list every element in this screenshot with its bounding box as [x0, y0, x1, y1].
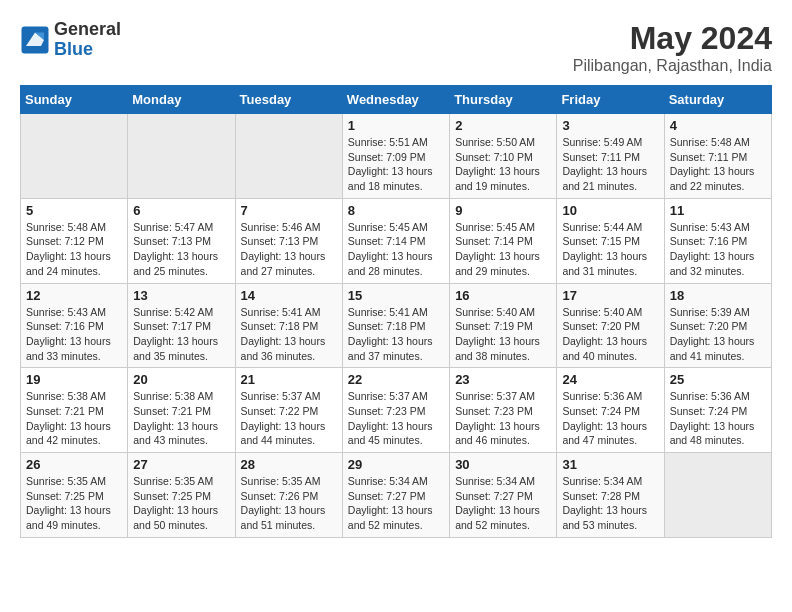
calendar-cell: 19Sunrise: 5:38 AM Sunset: 7:21 PM Dayli…	[21, 368, 128, 453]
weekday-header-monday: Monday	[128, 86, 235, 114]
location-subtitle: Pilibangan, Rajasthan, India	[573, 57, 772, 75]
day-info: Sunrise: 5:38 AM Sunset: 7:21 PM Dayligh…	[26, 389, 122, 448]
day-info: Sunrise: 5:44 AM Sunset: 7:15 PM Dayligh…	[562, 220, 658, 279]
day-number: 6	[133, 203, 229, 218]
day-info: Sunrise: 5:35 AM Sunset: 7:26 PM Dayligh…	[241, 474, 337, 533]
day-number: 7	[241, 203, 337, 218]
calendar-cell	[128, 114, 235, 199]
day-number: 30	[455, 457, 551, 472]
day-number: 14	[241, 288, 337, 303]
calendar-week-row: 12Sunrise: 5:43 AM Sunset: 7:16 PM Dayli…	[21, 283, 772, 368]
day-number: 3	[562, 118, 658, 133]
calendar-cell: 30Sunrise: 5:34 AM Sunset: 7:27 PM Dayli…	[450, 453, 557, 538]
calendar-cell: 7Sunrise: 5:46 AM Sunset: 7:13 PM Daylig…	[235, 198, 342, 283]
day-number: 4	[670, 118, 766, 133]
calendar-cell	[664, 453, 771, 538]
logo-general-text: General	[54, 20, 121, 40]
day-info: Sunrise: 5:35 AM Sunset: 7:25 PM Dayligh…	[133, 474, 229, 533]
day-number: 16	[455, 288, 551, 303]
calendar-table: SundayMondayTuesdayWednesdayThursdayFrid…	[20, 85, 772, 538]
calendar-cell: 15Sunrise: 5:41 AM Sunset: 7:18 PM Dayli…	[342, 283, 449, 368]
day-number: 5	[26, 203, 122, 218]
day-info: Sunrise: 5:39 AM Sunset: 7:20 PM Dayligh…	[670, 305, 766, 364]
day-info: Sunrise: 5:51 AM Sunset: 7:09 PM Dayligh…	[348, 135, 444, 194]
day-number: 10	[562, 203, 658, 218]
day-info: Sunrise: 5:38 AM Sunset: 7:21 PM Dayligh…	[133, 389, 229, 448]
logo-blue-text: Blue	[54, 40, 121, 60]
day-number: 25	[670, 372, 766, 387]
day-info: Sunrise: 5:48 AM Sunset: 7:11 PM Dayligh…	[670, 135, 766, 194]
day-info: Sunrise: 5:45 AM Sunset: 7:14 PM Dayligh…	[348, 220, 444, 279]
weekday-header-thursday: Thursday	[450, 86, 557, 114]
weekday-header-row: SundayMondayTuesdayWednesdayThursdayFrid…	[21, 86, 772, 114]
day-number: 27	[133, 457, 229, 472]
day-number: 21	[241, 372, 337, 387]
calendar-cell: 4Sunrise: 5:48 AM Sunset: 7:11 PM Daylig…	[664, 114, 771, 199]
calendar-cell: 11Sunrise: 5:43 AM Sunset: 7:16 PM Dayli…	[664, 198, 771, 283]
calendar-cell: 10Sunrise: 5:44 AM Sunset: 7:15 PM Dayli…	[557, 198, 664, 283]
day-info: Sunrise: 5:34 AM Sunset: 7:28 PM Dayligh…	[562, 474, 658, 533]
weekday-header-tuesday: Tuesday	[235, 86, 342, 114]
calendar-week-row: 1Sunrise: 5:51 AM Sunset: 7:09 PM Daylig…	[21, 114, 772, 199]
day-number: 13	[133, 288, 229, 303]
calendar-cell: 12Sunrise: 5:43 AM Sunset: 7:16 PM Dayli…	[21, 283, 128, 368]
logo: General Blue	[20, 20, 121, 60]
day-info: Sunrise: 5:34 AM Sunset: 7:27 PM Dayligh…	[348, 474, 444, 533]
day-info: Sunrise: 5:40 AM Sunset: 7:20 PM Dayligh…	[562, 305, 658, 364]
calendar-cell: 1Sunrise: 5:51 AM Sunset: 7:09 PM Daylig…	[342, 114, 449, 199]
day-info: Sunrise: 5:35 AM Sunset: 7:25 PM Dayligh…	[26, 474, 122, 533]
day-info: Sunrise: 5:43 AM Sunset: 7:16 PM Dayligh…	[26, 305, 122, 364]
calendar-week-row: 26Sunrise: 5:35 AM Sunset: 7:25 PM Dayli…	[21, 453, 772, 538]
day-info: Sunrise: 5:37 AM Sunset: 7:23 PM Dayligh…	[455, 389, 551, 448]
day-number: 9	[455, 203, 551, 218]
day-number: 19	[26, 372, 122, 387]
day-number: 15	[348, 288, 444, 303]
day-info: Sunrise: 5:41 AM Sunset: 7:18 PM Dayligh…	[241, 305, 337, 364]
day-info: Sunrise: 5:50 AM Sunset: 7:10 PM Dayligh…	[455, 135, 551, 194]
day-info: Sunrise: 5:40 AM Sunset: 7:19 PM Dayligh…	[455, 305, 551, 364]
calendar-cell: 24Sunrise: 5:36 AM Sunset: 7:24 PM Dayli…	[557, 368, 664, 453]
calendar-cell: 6Sunrise: 5:47 AM Sunset: 7:13 PM Daylig…	[128, 198, 235, 283]
day-number: 24	[562, 372, 658, 387]
day-info: Sunrise: 5:47 AM Sunset: 7:13 PM Dayligh…	[133, 220, 229, 279]
calendar-cell: 31Sunrise: 5:34 AM Sunset: 7:28 PM Dayli…	[557, 453, 664, 538]
day-number: 23	[455, 372, 551, 387]
day-info: Sunrise: 5:49 AM Sunset: 7:11 PM Dayligh…	[562, 135, 658, 194]
calendar-cell: 21Sunrise: 5:37 AM Sunset: 7:22 PM Dayli…	[235, 368, 342, 453]
calendar-cell: 5Sunrise: 5:48 AM Sunset: 7:12 PM Daylig…	[21, 198, 128, 283]
day-number: 26	[26, 457, 122, 472]
calendar-week-row: 19Sunrise: 5:38 AM Sunset: 7:21 PM Dayli…	[21, 368, 772, 453]
calendar-cell: 9Sunrise: 5:45 AM Sunset: 7:14 PM Daylig…	[450, 198, 557, 283]
day-info: Sunrise: 5:43 AM Sunset: 7:16 PM Dayligh…	[670, 220, 766, 279]
calendar-cell: 25Sunrise: 5:36 AM Sunset: 7:24 PM Dayli…	[664, 368, 771, 453]
calendar-cell: 20Sunrise: 5:38 AM Sunset: 7:21 PM Dayli…	[128, 368, 235, 453]
day-info: Sunrise: 5:36 AM Sunset: 7:24 PM Dayligh…	[670, 389, 766, 448]
calendar-cell: 29Sunrise: 5:34 AM Sunset: 7:27 PM Dayli…	[342, 453, 449, 538]
calendar-cell: 23Sunrise: 5:37 AM Sunset: 7:23 PM Dayli…	[450, 368, 557, 453]
day-number: 2	[455, 118, 551, 133]
day-info: Sunrise: 5:34 AM Sunset: 7:27 PM Dayligh…	[455, 474, 551, 533]
title-area: May 2024 Pilibangan, Rajasthan, India	[573, 20, 772, 75]
calendar-cell	[21, 114, 128, 199]
calendar-cell: 28Sunrise: 5:35 AM Sunset: 7:26 PM Dayli…	[235, 453, 342, 538]
calendar-cell	[235, 114, 342, 199]
calendar-cell: 2Sunrise: 5:50 AM Sunset: 7:10 PM Daylig…	[450, 114, 557, 199]
month-year-title: May 2024	[573, 20, 772, 57]
day-info: Sunrise: 5:48 AM Sunset: 7:12 PM Dayligh…	[26, 220, 122, 279]
calendar-cell: 18Sunrise: 5:39 AM Sunset: 7:20 PM Dayli…	[664, 283, 771, 368]
calendar-cell: 14Sunrise: 5:41 AM Sunset: 7:18 PM Dayli…	[235, 283, 342, 368]
calendar-cell: 17Sunrise: 5:40 AM Sunset: 7:20 PM Dayli…	[557, 283, 664, 368]
day-info: Sunrise: 5:36 AM Sunset: 7:24 PM Dayligh…	[562, 389, 658, 448]
day-number: 18	[670, 288, 766, 303]
weekday-header-friday: Friday	[557, 86, 664, 114]
day-info: Sunrise: 5:37 AM Sunset: 7:23 PM Dayligh…	[348, 389, 444, 448]
day-number: 31	[562, 457, 658, 472]
weekday-header-saturday: Saturday	[664, 86, 771, 114]
weekday-header-sunday: Sunday	[21, 86, 128, 114]
day-number: 22	[348, 372, 444, 387]
day-info: Sunrise: 5:45 AM Sunset: 7:14 PM Dayligh…	[455, 220, 551, 279]
day-number: 11	[670, 203, 766, 218]
day-number: 29	[348, 457, 444, 472]
day-number: 1	[348, 118, 444, 133]
calendar-cell: 8Sunrise: 5:45 AM Sunset: 7:14 PM Daylig…	[342, 198, 449, 283]
